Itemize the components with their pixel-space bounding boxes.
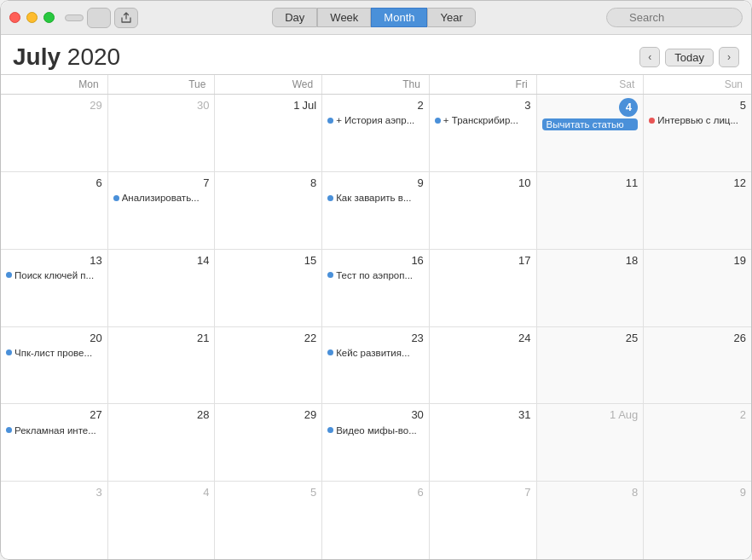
calendar-cell[interactable]: 26 — [644, 327, 751, 404]
next-month-button[interactable]: › — [719, 47, 739, 67]
calendar-cell[interactable]: 3 — [1, 482, 108, 559]
calendar-week: 27Рекламная инте...282930Видео мифы-во..… — [1, 404, 751, 482]
calendar-cell[interactable]: 14 — [108, 250, 216, 326]
calendar-cell[interactable]: 18 — [537, 250, 645, 326]
view-week-button[interactable]: Week — [317, 8, 371, 27]
event[interactable]: Чпк-лист прове... — [6, 348, 102, 358]
event-dot — [327, 427, 333, 433]
view-day-button[interactable]: Day — [272, 8, 317, 27]
event-dot — [327, 349, 333, 355]
day-headers: Mon Tue Wed Thu Fri Sat Sun — [1, 74, 751, 95]
day-header-wed: Wed — [215, 75, 322, 94]
view-year-button[interactable]: Year — [427, 8, 475, 27]
calendar-cell[interactable]: 24 — [430, 327, 537, 404]
calendar-cell[interactable]: 9 — [644, 482, 751, 559]
calendar-cell[interactable]: 28 — [108, 404, 216, 481]
calendar-cell[interactable]: 22 — [215, 327, 322, 404]
minimize-button[interactable] — [26, 12, 38, 23]
calendar-cell[interactable]: 11 — [537, 172, 645, 249]
prev-month-button[interactable]: ‹ — [639, 47, 660, 67]
event[interactable]: Поиск ключей п... — [6, 270, 102, 280]
month-name: July — [13, 43, 61, 70]
event-label: Видео мифы-во... — [336, 425, 417, 436]
calendar-cell[interactable]: 4 — [108, 482, 216, 559]
calendar-cell[interactable]: 1 Jul — [215, 95, 322, 171]
event[interactable]: Тест по аэпроп... — [327, 270, 424, 280]
calendar-cell[interactable]: 5 — [215, 482, 322, 559]
calendar-cell[interactable]: 3+ Транскрибир... — [430, 95, 537, 171]
calendar-cell[interactable]: 10 — [430, 172, 537, 249]
calendar-week: 67Анализировать...89Как заварить в...101… — [1, 172, 751, 250]
calendar-cell[interactable]: 2+ История аэпр... — [322, 95, 430, 171]
calendar-cell[interactable]: 5Интервью с лиц... — [644, 95, 751, 171]
day-header-sun: Sun — [644, 75, 751, 94]
calendar-cell[interactable]: 29 — [215, 404, 322, 481]
event-label: Как заварить в... — [336, 193, 411, 203]
calendar-window: Day Week Month Year 🔍 July 2020 ‹ Today … — [0, 0, 752, 560]
event-pill[interactable]: Вычитать статью — [542, 118, 639, 130]
share-icon — [120, 12, 132, 24]
calendar-cell[interactable]: 1 Aug — [537, 404, 645, 481]
maximize-button[interactable] — [43, 12, 55, 23]
event[interactable]: Видео мифы-во... — [327, 425, 424, 436]
event[interactable]: Как заварить в... — [327, 193, 424, 203]
calendar-cell[interactable]: 16Тест по аэпроп... — [322, 250, 430, 326]
calendar-cell[interactable]: 23Кейс развития... — [322, 327, 430, 404]
add-event-button[interactable] — [87, 8, 111, 28]
event-label: Рекламная инте... — [14, 425, 96, 436]
event-dot — [435, 118, 441, 124]
nav-buttons: ‹ Today › — [639, 47, 739, 67]
calendar-cell[interactable]: 9Как заварить в... — [322, 172, 430, 249]
day-header-tue: Tue — [108, 75, 216, 94]
event[interactable]: Интервью с лиц... — [649, 115, 746, 125]
calendar-cell[interactable]: 2 — [644, 404, 751, 481]
close-button[interactable] — [9, 12, 20, 23]
event-dot — [6, 272, 12, 278]
calendar-cell[interactable]: 8 — [537, 482, 645, 559]
calendar-week: 3456789 — [1, 482, 751, 559]
calendar-cell[interactable]: 17 — [430, 250, 537, 326]
calendars-button[interactable] — [65, 14, 84, 21]
calendar-cell[interactable]: 30Видео мифы-во... — [322, 404, 430, 481]
event-label: Анализировать... — [122, 193, 200, 203]
view-month-button[interactable]: Month — [371, 8, 427, 27]
traffic-lights — [9, 12, 55, 23]
event[interactable]: Рекламная инте... — [6, 425, 102, 436]
calendar-cell[interactable]: 27Рекламная инте... — [1, 404, 108, 481]
calendar-cell[interactable]: 30 — [108, 95, 216, 171]
calendar-week: 13Поиск ключей п...141516Тест по аэпроп.… — [1, 250, 751, 327]
event[interactable]: Анализировать... — [113, 193, 210, 203]
calendar-cell[interactable]: 25 — [537, 327, 645, 404]
calendar-cell[interactable]: 21 — [108, 327, 216, 404]
event-dot — [649, 118, 655, 124]
calendar-cell[interactable]: 31 — [430, 404, 537, 481]
calendar-cell[interactable]: 6 — [322, 482, 430, 559]
today-button[interactable]: Today — [665, 49, 714, 66]
event[interactable]: Кейс развития... — [327, 348, 424, 358]
month-title: July 2020 — [13, 43, 120, 71]
event-label: Тест по аэпроп... — [336, 270, 413, 280]
event-dot — [327, 272, 333, 278]
calendar-cell[interactable]: 7Анализировать... — [108, 172, 216, 249]
calendar-grid: 29301 Jul2+ История аэпр...3+ Транскриби… — [1, 95, 751, 559]
calendar-week: 20Чпк-лист прове...212223Кейс развития..… — [1, 327, 751, 405]
calendar-cell[interactable]: 8 — [215, 172, 322, 249]
day-header-thu: Thu — [322, 75, 430, 94]
search-input[interactable] — [606, 8, 743, 27]
share-button[interactable] — [114, 8, 138, 28]
calendar-cell[interactable]: 20Чпк-лист прове... — [1, 327, 108, 404]
event-label: Интервью с лиц... — [657, 115, 738, 125]
calendar-cell[interactable]: 19 — [644, 250, 751, 326]
event[interactable]: + История аэпр... — [327, 115, 424, 125]
calendar-cell[interactable]: 29 — [1, 95, 108, 171]
calendar-container: Mon Tue Wed Thu Fri Sat Sun 29301 Jul2+ … — [1, 74, 751, 559]
calendar-cell[interactable]: 6 — [1, 172, 108, 249]
year: 2020 — [67, 43, 120, 70]
calendar-cell[interactable]: 12 — [644, 172, 751, 249]
calendar-cell[interactable]: 7 — [430, 482, 537, 559]
calendar-cell[interactable]: 13Поиск ключей п... — [1, 250, 108, 326]
event-dot — [327, 195, 333, 201]
calendar-cell[interactable]: 4Вычитать статью — [537, 95, 645, 171]
event[interactable]: + Транскрибир... — [435, 115, 531, 125]
calendar-cell[interactable]: 15 — [215, 250, 322, 326]
